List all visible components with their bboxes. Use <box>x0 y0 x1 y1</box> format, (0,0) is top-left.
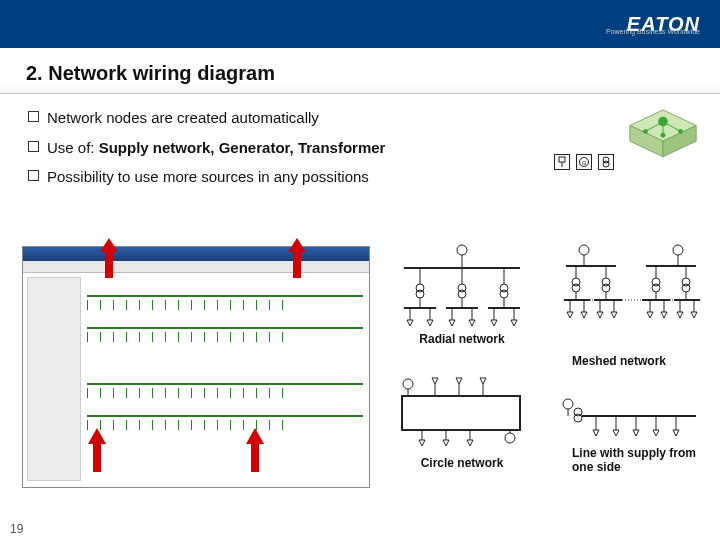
svg-marker-43 <box>449 320 455 326</box>
line-supply-label: Line with supply from one side <box>572 446 702 475</box>
svg-point-25 <box>416 290 424 298</box>
svg-marker-109 <box>467 440 473 446</box>
svg-point-9 <box>661 133 666 138</box>
red-arrow-up-icon <box>246 428 264 472</box>
svg-marker-92 <box>677 312 683 318</box>
svg-marker-16 <box>100 238 118 278</box>
network-node-3d-graphic <box>624 108 702 168</box>
svg-marker-18 <box>88 428 106 472</box>
svg-point-66 <box>652 284 660 292</box>
svg-marker-94 <box>691 312 697 318</box>
svg-marker-39 <box>407 320 413 326</box>
meshed-label: Meshed network <box>572 354 702 368</box>
svg-rect-103 <box>402 396 520 430</box>
svg-point-7 <box>643 129 648 134</box>
svg-marker-47 <box>491 320 497 326</box>
transformer-icon <box>598 154 614 170</box>
title-bar: 2. Network wiring diagram <box>0 48 720 94</box>
svg-text:G: G <box>582 160 587 166</box>
svg-marker-19 <box>246 428 264 472</box>
svg-point-112 <box>563 399 573 409</box>
svg-marker-41 <box>427 320 433 326</box>
svg-point-58 <box>572 284 580 292</box>
generator-icon: G <box>576 154 592 170</box>
bullet-square-icon <box>28 141 39 152</box>
app-screenshot <box>22 246 370 488</box>
svg-marker-86 <box>611 312 617 318</box>
line-supply-diagram <box>556 396 706 446</box>
app-side-panel <box>27 277 81 481</box>
svg-point-8 <box>678 129 683 134</box>
svg-point-52 <box>673 245 683 255</box>
bullet-text: Network nodes are created automatically <box>47 108 319 128</box>
page-number: 19 <box>10 522 23 536</box>
slide-title: 2. Network wiring diagram <box>26 62 694 85</box>
svg-marker-84 <box>597 312 603 318</box>
svg-marker-120 <box>613 430 619 436</box>
svg-point-15 <box>603 161 609 167</box>
svg-marker-90 <box>661 312 667 318</box>
source-icon-strip: G <box>554 154 614 170</box>
svg-marker-17 <box>288 238 306 278</box>
svg-marker-49 <box>511 320 517 326</box>
svg-marker-88 <box>647 312 653 318</box>
supply-network-icon <box>554 154 570 170</box>
svg-point-50 <box>579 245 589 255</box>
svg-marker-126 <box>673 430 679 436</box>
slide-topbar: EATON <box>0 0 720 48</box>
circle-label: Circle network <box>392 456 532 470</box>
content-area: Network nodes are created automatically … <box>0 94 720 187</box>
svg-marker-124 <box>653 430 659 436</box>
svg-point-95 <box>403 379 413 389</box>
svg-marker-118 <box>593 430 599 436</box>
svg-marker-82 <box>581 312 587 318</box>
meshed-network-diagram <box>556 242 706 328</box>
svg-marker-45 <box>469 320 475 326</box>
svg-marker-105 <box>419 440 425 446</box>
svg-point-115 <box>574 414 582 422</box>
brand-tagline: Powering Business Worldwide <box>606 28 700 35</box>
svg-rect-10 <box>559 157 565 162</box>
bullet-item: Use of: Supply network, Generator, Trans… <box>28 138 508 158</box>
svg-point-70 <box>682 284 690 292</box>
bullet-item: Possibility to use more sources in any p… <box>28 167 508 187</box>
svg-marker-99 <box>456 378 462 384</box>
radial-network-diagram <box>392 242 532 328</box>
bullet-text: Possibility to use more sources in any p… <box>47 167 369 187</box>
bullet-square-icon <box>28 111 39 122</box>
app-canvas <box>23 273 369 487</box>
svg-marker-101 <box>480 378 486 384</box>
bullet-square-icon <box>28 170 39 181</box>
svg-marker-97 <box>432 378 438 384</box>
radial-label: Radial network <box>392 332 532 346</box>
svg-point-33 <box>500 290 508 298</box>
red-arrow-down-icon <box>288 238 306 278</box>
svg-point-110 <box>505 433 515 443</box>
svg-marker-107 <box>443 440 449 446</box>
lower-section: Radial network <box>0 246 720 506</box>
bullet-list: Network nodes are created automatically … <box>28 108 508 187</box>
app-toolbar <box>23 261 369 273</box>
circle-network-diagram <box>392 374 532 452</box>
red-arrow-down-icon <box>100 238 118 278</box>
svg-marker-80 <box>567 312 573 318</box>
svg-point-20 <box>457 245 467 255</box>
svg-marker-122 <box>633 430 639 436</box>
bullet-text: Use of: Supply network, Generator, Trans… <box>47 138 385 158</box>
bullet-item: Network nodes are created automatically <box>28 108 508 128</box>
svg-point-29 <box>458 290 466 298</box>
red-arrow-up-icon <box>88 428 106 472</box>
svg-point-62 <box>602 284 610 292</box>
app-titlebar <box>23 247 369 261</box>
